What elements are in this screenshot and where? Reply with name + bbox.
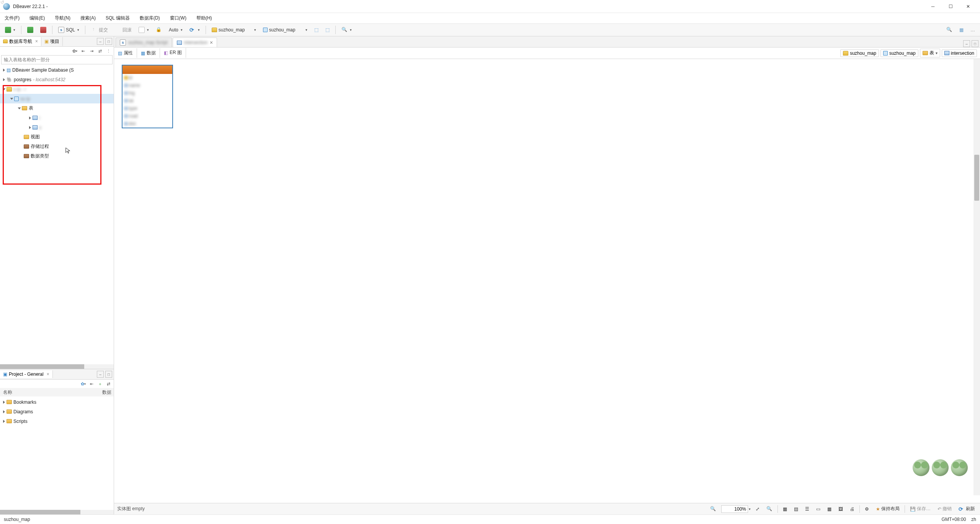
er-diagram-canvas[interactable]: id name lng lat type road dist	[114, 59, 980, 503]
menu-edit[interactable]: 编辑(E)	[28, 14, 46, 22]
auto-commit-select[interactable]: Auto▾	[166, 26, 185, 34]
perspective-button[interactable]: ▦	[957, 26, 966, 34]
settings-button[interactable]: ⚙	[863, 505, 871, 513]
window-maximize-button[interactable]: ☐	[942, 0, 959, 13]
tab-database-navigator[interactable]: 数据库导航 ×	[0, 37, 41, 46]
window-close-button[interactable]: ✕	[959, 0, 977, 13]
project-node-diagrams[interactable]: Diagrams	[0, 407, 114, 416]
panel-minimize-button[interactable]: –	[97, 371, 104, 378]
tree-node-datatypes-folder[interactable]: 数据类型	[0, 151, 114, 161]
grid-button[interactable]: ▤	[792, 505, 800, 513]
save-button[interactable]: 💾保存…	[908, 504, 933, 513]
erd-column-row: road	[122, 112, 172, 120]
global-search-button[interactable]: ▾	[339, 26, 354, 34]
subtab-data[interactable]: ▦数据	[137, 48, 160, 58]
disconnect-button[interactable]	[38, 26, 49, 34]
menu-help[interactable]: 帮助(H)	[195, 14, 214, 22]
zoom-level-input[interactable]	[721, 505, 748, 513]
close-icon[interactable]: ×	[210, 39, 213, 46]
breadcrumb-tables[interactable]: 表▾	[920, 49, 940, 57]
project-h-scrollbar[interactable]	[0, 510, 114, 514]
export-button[interactable]: ⬚	[312, 26, 321, 34]
nav-link-button[interactable]: ⇄	[97, 48, 103, 54]
menu-file[interactable]: 文件(F)	[3, 14, 21, 22]
tree-node-table[interactable]: s	[0, 123, 114, 132]
tree-node-connection[interactable]: s ip - /	[0, 84, 114, 94]
subtab-er-diagram[interactable]: ◧ER 图	[160, 48, 186, 58]
rollback-button[interactable]: 回滚	[112, 26, 134, 34]
zoom-in-button[interactable]	[764, 505, 774, 513]
tree-node-views-folder[interactable]: 视图	[0, 132, 114, 142]
zoom-fit-button[interactable]: ⤢	[754, 505, 761, 513]
navigator-filter-input[interactable]	[2, 56, 112, 63]
new-connection-button[interactable]: ▾	[2, 26, 18, 34]
tree-node-postgres[interactable]: 🐘postgres - localhost:5432	[0, 75, 114, 84]
sql-editor-button[interactable]: SSQL▾	[56, 26, 82, 34]
refresh-button[interactable]: ▾	[187, 26, 203, 34]
connect-icon	[27, 27, 33, 33]
tab-project-general[interactable]: ▣ Project - General ×	[0, 370, 53, 378]
refresh-diagram-button[interactable]: 刷新	[957, 504, 977, 513]
active-database-select[interactable]: suzhou_map▾	[209, 26, 259, 34]
tx-mode-button[interactable]: ▾	[136, 26, 152, 34]
menu-search[interactable]: 搜索(A)	[79, 14, 97, 22]
breadcrumb-database[interactable]: suzhou_map	[840, 49, 879, 57]
editor-tab-table[interactable]: intersection ×	[173, 38, 217, 47]
close-icon[interactable]: ×	[35, 39, 38, 44]
menu-database[interactable]: 数据库(D)	[138, 14, 162, 22]
tree-node-tables-folder[interactable]: 表	[0, 103, 114, 113]
refresh-icon	[959, 506, 965, 512]
colors-button[interactable]: ▦	[825, 505, 833, 513]
nav-expand-button[interactable]: ⇥	[88, 48, 95, 54]
layout-button[interactable]: ▦	[781, 505, 789, 513]
close-icon[interactable]: ×	[47, 372, 49, 377]
active-schema-select[interactable]: suzhou_map▾	[260, 26, 310, 34]
connect-button[interactable]	[24, 26, 36, 34]
zoom-level-select[interactable]: ▾	[721, 505, 751, 513]
menu-sql-editor[interactable]: SQL 编辑器	[104, 14, 131, 22]
window-minimize-button[interactable]: ─	[924, 0, 942, 13]
quick-search-button[interactable]	[944, 26, 955, 34]
folder-icon	[24, 144, 29, 149]
import-icon: ⬚	[325, 27, 330, 33]
keep-layout-button[interactable]: ★保持布局	[874, 504, 902, 513]
menu-navigate[interactable]: 导航(N)	[53, 14, 72, 22]
breadcrumb-schema[interactable]: suzhou_map	[880, 49, 918, 57]
project-link-button[interactable]: ⇄	[105, 381, 111, 387]
commit-button[interactable]: 提交	[88, 26, 111, 34]
zoom-out-button[interactable]	[708, 505, 718, 513]
navigator-h-scrollbar[interactable]	[0, 364, 114, 369]
panel-maximize-button[interactable]: □	[105, 371, 112, 378]
subtab-properties[interactable]: ▤属性	[114, 48, 137, 58]
tree-node-table[interactable]: i	[0, 113, 114, 123]
menu-window[interactable]: 窗口(W)	[168, 14, 188, 22]
export-diagram-button[interactable]: 🖼	[836, 505, 845, 513]
project-add-button[interactable]: ＋	[97, 381, 103, 387]
editor-tab-script[interactable]: S suzhou_map Script	[116, 38, 172, 47]
editor-maximize-button[interactable]: □	[972, 40, 978, 47]
project-node-bookmarks[interactable]: Bookmarks	[0, 397, 114, 407]
tree-node-sample-db[interactable]: ▤DBeaver Sample Database (S	[0, 65, 114, 75]
revert-button[interactable]: ↶撤销	[936, 504, 954, 513]
panel-maximize-button[interactable]: □	[105, 38, 112, 45]
attributes-button[interactable]: ☰	[803, 505, 811, 513]
project-collapse-button[interactable]: ⇤	[88, 381, 95, 387]
erd-v-scrollbar[interactable]	[973, 59, 980, 495]
nav-menu-button[interactable]: ⋮	[105, 48, 111, 54]
erd-entity[interactable]: id name lng lat type road dist	[122, 65, 173, 128]
import-button[interactable]: ⬚	[323, 26, 332, 34]
editor-minimize-button[interactable]: –	[963, 40, 970, 47]
breadcrumb-table[interactable]: intersection	[942, 49, 977, 57]
notes-button[interactable]: ▭	[814, 505, 822, 513]
project-config-button[interactable]: ✿▾	[80, 381, 86, 387]
tab-projects[interactable]: ▣ 项目	[41, 37, 63, 46]
tx-lock-button[interactable]: 🔒	[153, 26, 165, 34]
panel-minimize-button[interactable]: –	[97, 38, 104, 45]
nav-collapse-button[interactable]: ⇤	[80, 48, 86, 54]
appearance-button[interactable]: …	[968, 26, 978, 34]
project-node-scripts[interactable]: Scripts	[0, 416, 114, 426]
tree-node-procedures-folder[interactable]: 存储过程	[0, 142, 114, 151]
tree-node-database[interactable]: su ip	[0, 94, 114, 103]
nav-filter-button[interactable]: ✿▾	[72, 48, 78, 54]
print-button[interactable]: 🖨	[848, 505, 856, 513]
